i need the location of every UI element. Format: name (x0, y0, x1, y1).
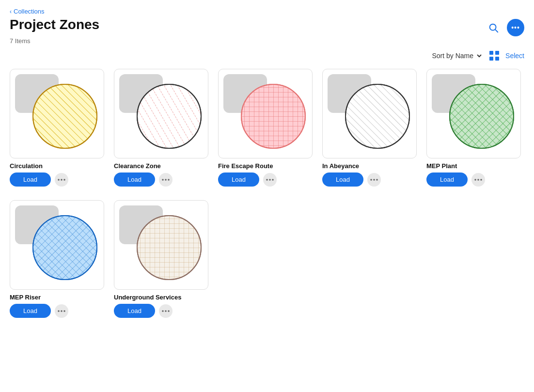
svg-point-17 (162, 179, 164, 181)
item-actions-in-abeyance: Load (322, 172, 381, 187)
item-card-underground-services: Underground Services Load (114, 200, 208, 322)
item-name-clearance-zone: Clearance Zone (114, 162, 161, 170)
chevron-down-icon (475, 52, 483, 60)
svg-line-1 (495, 30, 498, 32)
more-horiz-icon (162, 310, 170, 312)
svg-point-19 (168, 179, 170, 181)
load-button-mep-plant[interactable]: Load (426, 172, 468, 187)
thumb-circle-clearance-zone (135, 82, 203, 150)
item-more-button-circulation[interactable] (55, 173, 68, 187)
item-count: 7 Items (10, 37, 524, 45)
svg-point-11 (61, 179, 63, 181)
svg-rect-5 (495, 57, 499, 61)
thumb-circle-mep-plant (448, 82, 516, 150)
item-thumbnail-underground-services (114, 200, 208, 290)
item-thumbnail-circulation (10, 69, 104, 158)
more-horiz-icon (58, 310, 65, 312)
item-more-button-clearance-zone[interactable] (159, 173, 173, 187)
load-button-mep-riser[interactable]: Load (10, 304, 51, 318)
item-name-circulation: Circulation (10, 162, 43, 170)
item-card-circulation: Circulation Load (10, 69, 104, 190)
svg-point-32 (370, 179, 372, 181)
page-title: Project Zones (10, 17, 99, 32)
breadcrumb[interactable]: ‹ Collections (10, 8, 524, 15)
load-button-in-abeyance[interactable]: Load (322, 172, 363, 187)
svg-point-50 (63, 310, 65, 312)
breadcrumb-chevron: ‹ (10, 8, 12, 15)
item-thumbnail-clearance-zone (114, 69, 208, 158)
sort-button[interactable]: Sort by Name (432, 52, 483, 60)
svg-point-49 (61, 310, 63, 312)
svg-point-25 (266, 179, 268, 181)
item-more-button-fire-escape-route[interactable] (263, 173, 277, 187)
load-button-circulation[interactable]: Load (10, 172, 51, 187)
svg-point-34 (376, 179, 378, 181)
more-horiz-icon (266, 179, 274, 181)
thumb-circle-underground-services (135, 214, 203, 282)
item-card-clearance-zone: Clearance Zone Load (114, 69, 208, 190)
items-grid: Circulation Load Clea (10, 69, 524, 322)
item-name-in-abeyance: In Abeyance (322, 162, 359, 170)
svg-rect-4 (489, 57, 493, 61)
svg-point-27 (272, 179, 274, 181)
grid-icon (489, 50, 500, 61)
item-more-button-mep-riser[interactable] (55, 304, 68, 318)
svg-point-18 (165, 179, 167, 181)
more-horiz-icon (162, 179, 170, 181)
item-more-button-underground-services[interactable] (159, 304, 173, 318)
svg-point-10 (58, 179, 60, 181)
svg-point-26 (269, 179, 271, 181)
more-options-button[interactable]: ••• (507, 19, 524, 36)
svg-point-12 (63, 179, 65, 181)
thumb-circle-mep-riser (31, 214, 99, 282)
thumb-circle-in-abeyance (344, 82, 411, 150)
thumb-circle-circulation (31, 82, 99, 150)
item-actions-circulation: Load (10, 172, 68, 187)
item-thumbnail-mep-plant (426, 69, 521, 158)
search-button[interactable] (485, 19, 502, 36)
more-horiz-icon (58, 179, 65, 181)
item-actions-mep-riser: Load (10, 304, 68, 318)
svg-rect-2 (489, 51, 493, 55)
svg-point-56 (162, 310, 164, 312)
svg-point-40 (474, 179, 476, 181)
load-button-underground-services[interactable]: Load (114, 304, 155, 318)
item-card-in-abeyance: In Abeyance Load (322, 69, 417, 190)
item-thumbnail-fire-escape-route (218, 69, 313, 158)
item-card-mep-plant: MEP Plant Load (426, 69, 521, 190)
item-card-mep-riser: MEP Riser Load (10, 200, 104, 322)
svg-rect-3 (495, 51, 499, 55)
sort-label: Sort by Name (432, 52, 473, 60)
item-thumbnail-mep-riser (10, 200, 104, 290)
more-dots-icon: ••• (511, 24, 520, 31)
more-horiz-icon (370, 179, 378, 181)
item-actions-mep-plant: Load (426, 172, 485, 187)
search-icon (488, 22, 499, 33)
item-more-button-in-abeyance[interactable] (367, 173, 381, 187)
svg-point-33 (373, 179, 375, 181)
load-button-fire-escape-route[interactable]: Load (218, 172, 259, 187)
item-name-mep-plant: MEP Plant (426, 162, 457, 170)
load-button-clearance-zone[interactable]: Load (114, 172, 155, 187)
more-horiz-icon (474, 179, 482, 181)
item-name-mep-riser: MEP Riser (10, 294, 41, 301)
svg-point-48 (58, 310, 60, 312)
item-more-button-mep-plant[interactable] (471, 173, 485, 187)
svg-point-42 (480, 179, 482, 181)
grid-view-button[interactable] (489, 50, 500, 61)
svg-point-58 (168, 310, 170, 312)
thumb-circle-fire-escape-route (239, 82, 307, 150)
select-button[interactable]: Select (505, 52, 524, 60)
breadcrumb-label: Collections (14, 8, 45, 15)
item-actions-underground-services: Load (114, 304, 173, 318)
item-thumbnail-in-abeyance (322, 69, 417, 158)
item-name-fire-escape-route: Fire Escape Route (218, 162, 273, 170)
item-name-underground-services: Underground Services (114, 294, 181, 301)
item-actions-fire-escape-route: Load (218, 172, 277, 187)
item-actions-clearance-zone: Load (114, 172, 173, 187)
svg-point-41 (477, 179, 479, 181)
svg-point-57 (165, 310, 167, 312)
item-card-fire-escape-route: Fire Escape Route Load (218, 69, 313, 190)
